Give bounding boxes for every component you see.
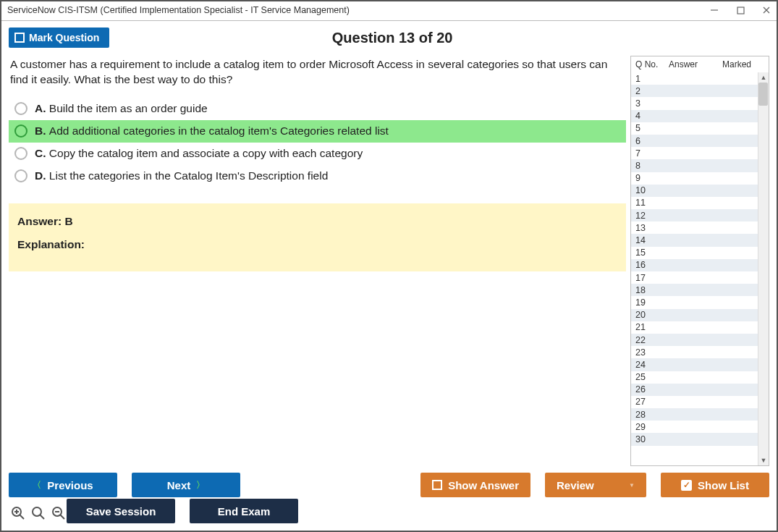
question-row[interactable]: 29 [631,421,769,433]
question-row[interactable]: 8 [631,159,769,172]
question-row[interactable]: 22 [631,334,769,346]
svg-line-9 [41,515,45,520]
chevron-left-icon: 〈 [33,479,41,491]
scroll-thumb[interactable] [758,83,768,106]
option-text: D. List the categories in the Catalog It… [35,169,328,182]
scroll-up-icon[interactable]: ▲ [761,72,767,83]
question-row[interactable]: 28 [631,408,769,421]
question-number: 29 [635,422,669,432]
option-d[interactable]: D. List the categories in the Catalog It… [9,165,626,187]
answer-panel: Answer: B Explanation: [9,203,626,271]
minimize-icon [710,6,719,14]
question-row[interactable]: 6 [631,135,769,147]
options-list: A. Build the item as an order guideB. Ad… [9,98,626,187]
option-c[interactable]: C. Copy the catalog item and associate a… [9,143,626,165]
svg-line-11 [61,515,65,520]
question-list-header: Q No. Answer Marked [631,56,769,72]
zoom-out-button[interactable] [51,505,67,521]
question-row[interactable]: 21 [631,321,769,334]
question-row[interactable]: 17 [631,271,769,284]
question-row[interactable]: 23 [631,346,769,358]
chevron-right-icon: 〉 [196,479,205,491]
footer-row-1: 〈 Previous Next 〉 Show Answer Review ▼ ✓… [9,466,769,499]
option-a[interactable]: A. Build the item as an order guide [9,98,626,120]
show-list-button[interactable]: ✓ Show List [661,473,769,497]
minimize-button[interactable] [709,4,720,16]
answer-label: Answer: B [17,215,617,228]
show-list-label: Show List [698,479,749,491]
zoom-in-button[interactable] [10,505,26,521]
question-list-rows: 1234567891011121314151617181920212223242… [631,72,769,465]
zoom-reset-button[interactable] [30,505,46,521]
col-qno: Q No. [635,59,669,69]
question-row[interactable]: 25 [631,371,769,384]
window-controls [709,4,772,16]
question-number: 10 [635,185,669,195]
scroll-down-icon[interactable]: ▼ [761,455,767,465]
radio-icon [14,169,28,182]
show-answer-label: Show Answer [448,479,519,491]
question-number: 27 [635,397,669,407]
window-title: ServiceNow CIS-ITSM (Certified Implement… [7,5,350,15]
next-label: Next [167,479,191,491]
option-text: C. Copy the catalog item and associate a… [35,147,363,160]
explanation-label: Explanation: [17,238,617,251]
review-dropdown[interactable]: Review ▼ [545,473,646,497]
question-row[interactable]: 24 [631,358,769,371]
question-row[interactable]: 27 [631,396,769,408]
question-row[interactable]: 11 [631,197,769,209]
question-number: 4 [635,111,669,121]
previous-button[interactable]: 〈 Previous [9,473,117,497]
zoom-controls [9,499,67,523]
question-text: A customer has a requirement to include … [9,56,626,98]
question-row[interactable]: 9 [631,172,769,185]
question-row[interactable]: 26 [631,384,769,396]
question-number: 15 [635,248,669,258]
col-answer: Answer [669,59,714,69]
question-row[interactable]: 15 [631,247,769,259]
question-number: 23 [635,347,669,358]
next-button[interactable]: Next 〉 [132,473,240,497]
question-row[interactable]: 16 [631,259,769,271]
question-row[interactable]: 18 [631,284,769,296]
save-session-button[interactable]: Save Session [67,499,175,523]
main-column: A customer has a requirement to include … [9,56,626,466]
question-row[interactable]: 1 [631,72,769,85]
question-number: 12 [635,211,669,221]
question-number: 2 [635,86,669,96]
question-number: 14 [635,235,669,245]
question-row[interactable]: 19 [631,296,769,308]
show-answer-button[interactable]: Show Answer [420,473,530,497]
question-number: 13 [635,223,669,233]
question-row[interactable]: 12 [631,209,769,221]
question-number: 19 [635,297,669,308]
question-number: 18 [635,285,669,295]
question-row[interactable]: 14 [631,234,769,246]
question-row[interactable]: 20 [631,309,769,321]
end-exam-button[interactable]: End Exam [190,499,298,523]
app-window: ServiceNow CIS-ITSM (Certified Implement… [0,0,778,532]
question-number: 25 [635,372,669,382]
scrollbar[interactable]: ▲ ▼ [758,72,769,465]
question-number: 7 [635,148,669,159]
question-row[interactable]: 2 [631,85,769,97]
question-number: 16 [635,260,669,270]
question-row[interactable]: 30 [631,433,769,445]
close-button[interactable] [761,4,772,16]
zoom-in-icon [11,506,25,520]
question-number: 22 [635,335,669,345]
maximize-button[interactable] [735,4,746,16]
question-row[interactable]: 13 [631,221,769,234]
question-row[interactable]: 10 [631,185,769,197]
question-list-panel: Q No. Answer Marked 12345678910111213141… [630,56,769,466]
question-row[interactable]: 3 [631,97,769,109]
question-row[interactable]: 7 [631,147,769,159]
end-exam-label: End Exam [218,505,271,518]
question-number: 8 [635,161,669,171]
question-row[interactable]: 4 [631,110,769,122]
question-number: 20 [635,310,669,320]
question-number: 9 [635,173,669,183]
question-number: 5 [635,123,669,133]
question-row[interactable]: 5 [631,122,769,135]
option-b[interactable]: B. Add additional categories in the cata… [9,120,626,143]
